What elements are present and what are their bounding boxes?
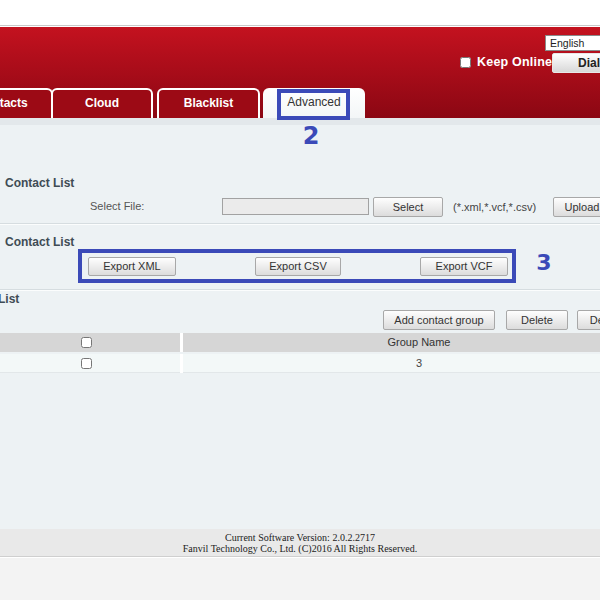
annotation-box-step-3 — [78, 249, 516, 283]
upload-button[interactable]: Upload — [553, 197, 600, 217]
contact-group-list-heading: List — [0, 292, 19, 306]
tab-blacklist[interactable]: Blacklist — [157, 88, 260, 118]
keep-online-checkbox[interactable] — [460, 57, 471, 68]
select-all-checkbox[interactable] — [81, 337, 92, 348]
group-table-header-row: Group Name — [0, 333, 600, 352]
page-bottom-area — [0, 558, 600, 600]
import-contact-list-heading: Contact List — [5, 176, 74, 190]
group-name-cell: 3 — [183, 354, 600, 373]
group-name-column-header: Group Name — [183, 333, 600, 352]
browser-top-strip — [0, 0, 600, 26]
file-types-hint: (*.xml,*.vcf,*.csv) — [453, 201, 536, 213]
export-contact-list-heading: Contact List — [5, 235, 74, 249]
section-divider — [0, 289, 600, 291]
delete-all-button[interactable]: Delete All — [577, 310, 600, 330]
delete-button[interactable]: Delete — [506, 310, 568, 330]
file-path-input[interactable] — [222, 198, 369, 215]
annotation-number-3: 3 — [528, 250, 560, 275]
select-file-button[interactable]: Select — [373, 197, 443, 217]
row-checkbox[interactable] — [81, 358, 92, 369]
tab-cloud-phonebook[interactable]: Cloud phonebook — [51, 88, 153, 118]
language-select[interactable]: English — [545, 35, 600, 51]
software-version-text: Current Software Version: 2.0.2.2717 — [0, 532, 600, 543]
table-row: 3 — [0, 354, 600, 373]
add-contact-group-button[interactable]: Add contact group — [383, 310, 495, 330]
section-divider — [0, 223, 600, 225]
select-file-label: Select File: — [90, 200, 144, 212]
footer: Current Software Version: 2.0.2.2717 Fan… — [0, 529, 600, 557]
dial-button[interactable]: Dial — [552, 53, 600, 73]
keep-online-label: Keep Online — [477, 55, 552, 69]
tab-contacts[interactable]: Contacts — [0, 88, 53, 118]
annotation-box-step-2 — [277, 89, 350, 120]
copyright-text: Fanvil Technology Co., Ltd. (C)2016 All … — [0, 543, 600, 554]
annotation-number-2: 2 — [295, 122, 327, 150]
page: English Keep Online Dial Contacts Cloud … — [0, 0, 600, 600]
